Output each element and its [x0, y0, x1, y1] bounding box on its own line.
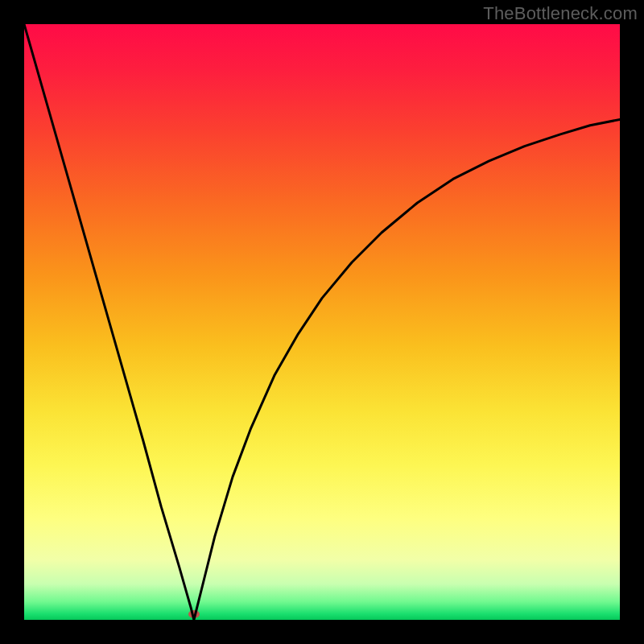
chart-frame: TheBottleneck.com	[0, 0, 644, 644]
watermark-text: TheBottleneck.com	[483, 3, 638, 24]
plot-area	[24, 24, 620, 620]
bottleneck-curve	[24, 24, 620, 620]
curve-path	[24, 24, 620, 620]
